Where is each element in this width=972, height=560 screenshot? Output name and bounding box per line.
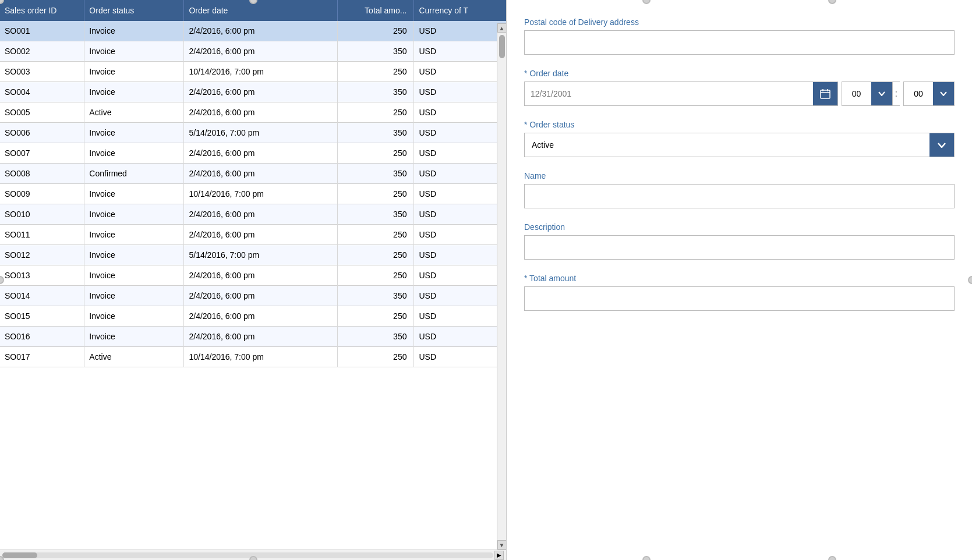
cell-date: 2/4/2016, 6:00 pm <box>184 204 337 225</box>
col-header-date[interactable]: Order date <box>184 0 337 21</box>
table-row[interactable]: SO004Invoice2/4/2016, 6:00 pm350USD <box>0 82 506 102</box>
date-text-input[interactable] <box>525 82 813 105</box>
resize-handle-form-bot-2[interactable] <box>828 556 836 560</box>
table-row[interactable]: SO010Invoice2/4/2016, 6:00 pm350USD <box>0 204 506 225</box>
order-status-label: Order status <box>524 120 955 129</box>
scroll-down-btn[interactable]: ▼ <box>497 540 507 550</box>
cell-currency: USD <box>414 62 506 82</box>
cell-currency: USD <box>414 164 506 184</box>
cell-status: Active <box>84 347 184 367</box>
cell-status: Invoice <box>84 306 184 327</box>
postal-code-label: Postal code of Delivery address <box>524 17 955 27</box>
status-select-wrapper: Active <box>524 133 955 157</box>
cell-amount: 350 <box>337 327 414 347</box>
cell-status: Invoice <box>84 245 184 265</box>
cell-amount: 250 <box>337 225 414 245</box>
form-panel: Postal code of Delivery address Order da… <box>507 0 972 560</box>
cell-amount: 250 <box>337 62 414 82</box>
resize-handle-form-mid-right[interactable] <box>968 276 972 284</box>
scroll-up-btn[interactable]: ▲ <box>497 23 507 33</box>
cell-amount: 250 <box>337 102 414 123</box>
table-wrapper[interactable]: Sales order ID Order status Order date T… <box>0 0 506 550</box>
cell-status: Invoice <box>84 225 184 245</box>
cell-date: 2/4/2016, 6:00 pm <box>184 164 337 184</box>
cell-id: SO015 <box>0 306 84 327</box>
cell-amount: 350 <box>337 41 414 62</box>
name-input[interactable] <box>524 184 955 208</box>
cell-amount: 250 <box>337 21 414 41</box>
table-row[interactable]: SO014Invoice2/4/2016, 6:00 pm350USD <box>0 286 506 306</box>
resize-handle-form-top-1[interactable] <box>642 0 651 4</box>
vertical-scrollbar[interactable]: ▲ ▼ <box>497 23 506 550</box>
status-text-value: Active <box>525 133 929 157</box>
table-row[interactable]: SO006Invoice5/14/2016, 7:00 pm350USD <box>0 123 506 143</box>
total-amount-input[interactable] <box>524 286 955 311</box>
date-input-wrapper <box>524 81 838 106</box>
cell-currency: USD <box>414 41 506 62</box>
table-row[interactable]: SO017Active10/14/2016, 7:00 pm250USD <box>0 347 506 367</box>
table-row[interactable]: SO012Invoice5/14/2016, 7:00 pm250USD <box>0 245 506 265</box>
table-row[interactable]: SO009Invoice10/14/2016, 7:00 pm250USD <box>0 184 506 204</box>
sales-order-table: Sales order ID Order status Order date T… <box>0 0 506 367</box>
cell-id: SO005 <box>0 102 84 123</box>
table-row[interactable]: SO013Invoice2/4/2016, 6:00 pm250USD <box>0 265 506 286</box>
table-row[interactable]: SO007Invoice2/4/2016, 6:00 pm250USD <box>0 143 506 164</box>
postal-code-input[interactable] <box>524 30 955 55</box>
col-header-id[interactable]: Sales order ID <box>0 0 84 21</box>
cell-status: Invoice <box>84 62 184 82</box>
resize-handle-form-bot-1[interactable] <box>642 556 651 560</box>
h-scrollbar-track <box>2 552 493 558</box>
cell-date: 2/4/2016, 6:00 pm <box>184 102 337 123</box>
scroll-thumb[interactable] <box>499 35 505 58</box>
col-header-currency[interactable]: Currency of T <box>414 0 506 21</box>
cell-amount: 250 <box>337 306 414 327</box>
col-header-amount[interactable]: Total amo... <box>337 0 414 21</box>
cell-amount: 250 <box>337 143 414 164</box>
col-header-status[interactable]: Order status <box>84 0 184 21</box>
table-row[interactable]: SO011Invoice2/4/2016, 6:00 pm250USD <box>0 225 506 245</box>
time-minute-dropdown-btn[interactable] <box>933 82 954 105</box>
resize-handle-bot-mid[interactable] <box>249 556 257 560</box>
cell-id: SO016 <box>0 327 84 347</box>
cell-currency: USD <box>414 21 506 41</box>
cell-id: SO012 <box>0 245 84 265</box>
name-field: Name <box>524 171 955 208</box>
table-row[interactable]: SO015Invoice2/4/2016, 6:00 pm250USD <box>0 306 506 327</box>
table-row[interactable]: SO008Confirmed2/4/2016, 6:00 pm350USD <box>0 164 506 184</box>
cell-id: SO014 <box>0 286 84 306</box>
table-row[interactable]: SO002Invoice2/4/2016, 6:00 pm350USD <box>0 41 506 62</box>
cell-id: SO001 <box>0 21 84 41</box>
cell-currency: USD <box>414 245 506 265</box>
chevron-down-icon <box>878 91 885 96</box>
time-minute-input[interactable] <box>904 82 933 105</box>
time-hour-dropdown-btn[interactable] <box>871 82 892 105</box>
cell-status: Invoice <box>84 41 184 62</box>
cell-currency: USD <box>414 102 506 123</box>
cell-date: 2/4/2016, 6:00 pm <box>184 225 337 245</box>
table-row[interactable]: SO001Invoice2/4/2016, 6:00 pm250USD <box>0 21 506 41</box>
resize-handle-form-top-2[interactable] <box>828 0 836 4</box>
status-dropdown-button[interactable] <box>929 133 954 157</box>
time-hour-input[interactable] <box>842 82 871 105</box>
cell-date: 2/4/2016, 6:00 pm <box>184 21 337 41</box>
cell-amount: 250 <box>337 265 414 286</box>
cell-amount: 350 <box>337 123 414 143</box>
h-scrollbar-thumb[interactable] <box>2 552 37 558</box>
postal-code-field: Postal code of Delivery address <box>524 17 955 55</box>
table-row[interactable]: SO005Active2/4/2016, 6:00 pm250USD <box>0 102 506 123</box>
cell-currency: USD <box>414 265 506 286</box>
date-row: : <box>524 81 955 106</box>
cell-id: SO003 <box>0 62 84 82</box>
table-row[interactable]: SO016Invoice2/4/2016, 6:00 pm350USD <box>0 327 506 347</box>
total-amount-label: Total amount <box>524 274 955 283</box>
cell-date: 2/4/2016, 6:00 pm <box>184 306 337 327</box>
table-row[interactable]: SO003Invoice10/14/2016, 7:00 pm250USD <box>0 62 506 82</box>
svg-rect-0 <box>821 90 830 98</box>
cell-amount: 250 <box>337 245 414 265</box>
cell-status: Invoice <box>84 143 184 164</box>
time-hour-wrapper <box>842 81 893 106</box>
calendar-button[interactable] <box>813 82 837 105</box>
h-scroll-right-btn[interactable]: ▶ <box>494 551 504 560</box>
cell-status: Confirmed <box>84 164 184 184</box>
description-input[interactable] <box>524 235 955 260</box>
